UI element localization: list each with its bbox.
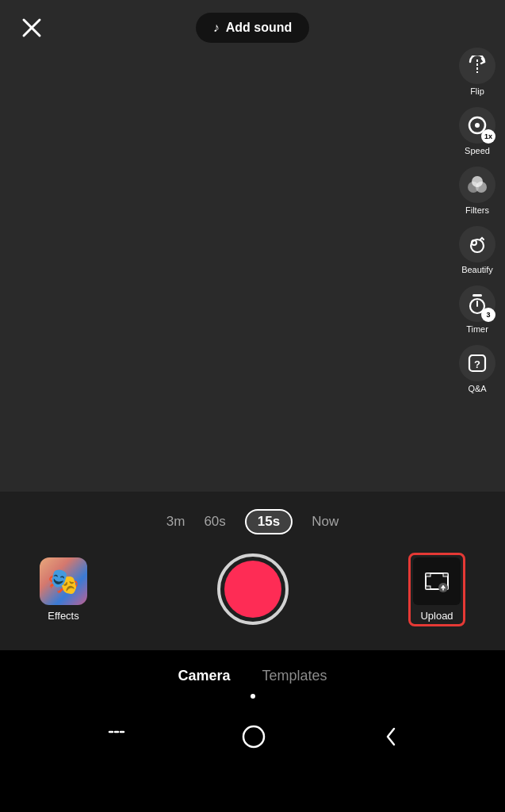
flip-icon <box>467 56 488 76</box>
timer-label: Timer <box>466 324 488 334</box>
effects-button[interactable]: 🎭 Effects <box>40 557 87 622</box>
phone-home-button[interactable] <box>241 724 266 749</box>
active-tab-dot <box>251 694 255 699</box>
effects-label: Effects <box>48 610 79 622</box>
svg-rect-10 <box>472 294 482 297</box>
speed-label: Speed <box>465 146 490 155</box>
speed-badge: 1x <box>481 129 495 144</box>
bottom-navigation: Camera Templates <box>0 650 505 812</box>
svg-rect-18 <box>426 586 430 589</box>
flip-button[interactable]: Flip <box>459 48 495 96</box>
duration-15s[interactable]: 15s <box>245 509 293 534</box>
speed-icon-bg: 1x <box>459 107 495 144</box>
svg-point-7 <box>472 176 483 187</box>
right-toolbar: Flip 1x Speed Filters <box>459 48 495 393</box>
upload-film-icon <box>423 567 451 596</box>
phone-navigation-bar <box>0 724 505 749</box>
add-sound-button[interactable]: ♪ Add sound <box>196 13 310 43</box>
qa-icon-bg: ? <box>459 345 495 381</box>
beautify-button[interactable]: Beautify <box>459 226 495 274</box>
record-button[interactable] <box>217 553 289 625</box>
effects-icon: 🎭 <box>40 557 87 605</box>
filters-label: Filters <box>465 205 489 215</box>
svg-point-25 <box>243 726 264 747</box>
top-bar: ♪ Add sound <box>0 0 505 56</box>
beautify-label: Beautify <box>461 265 493 274</box>
menu-lines-icon <box>105 728 127 745</box>
close-icon <box>21 17 43 39</box>
flip-label: Flip <box>470 86 484 96</box>
timer-icon-bg: 3 <box>459 285 495 322</box>
tab-camera[interactable]: Camera <box>178 668 230 689</box>
filters-icon <box>465 174 489 195</box>
back-chevron-icon <box>381 724 400 749</box>
flip-icon-bg <box>459 48 495 84</box>
record-inner-circle <box>224 561 281 618</box>
filters-icon-bg <box>459 167 495 203</box>
svg-text:?: ? <box>474 358 480 370</box>
timer-badge: 3 <box>481 308 495 322</box>
duration-selector: 3m 60s 15s Now <box>166 492 339 534</box>
duration-now[interactable]: Now <box>312 514 339 530</box>
home-circle-icon <box>241 724 266 749</box>
svg-point-4 <box>475 123 480 128</box>
beautify-icon <box>466 233 488 255</box>
phone-menu-button[interactable] <box>105 728 127 745</box>
main-controls: 🎭 Effects <box>0 553 505 625</box>
timer-button[interactable]: 3 Timer <box>459 285 495 334</box>
add-sound-label: Add sound <box>226 21 293 35</box>
beautify-icon-bg <box>459 226 495 262</box>
svg-rect-16 <box>426 573 430 576</box>
tab-templates[interactable]: Templates <box>262 668 327 689</box>
qa-button[interactable]: ? Q&A <box>459 345 495 393</box>
nav-tabs: Camera Templates <box>178 650 327 689</box>
bottom-controls: 3m 60s 15s Now 🎭 Effects <box>0 492 505 650</box>
duration-3m[interactable]: 3m <box>166 514 186 530</box>
close-button[interactable] <box>16 12 48 44</box>
speed-button[interactable]: 1x Speed <box>459 107 495 155</box>
music-icon: ♪ <box>213 21 220 35</box>
camera-viewfinder: ♪ Add sound Flip 1x <box>0 0 505 650</box>
upload-button[interactable]: Upload <box>408 553 465 626</box>
filters-button[interactable]: Filters <box>459 167 495 215</box>
svg-rect-17 <box>443 573 448 576</box>
upload-label: Upload <box>420 610 453 622</box>
qa-icon: ? <box>467 353 488 373</box>
upload-icon <box>413 557 461 605</box>
qa-label: Q&A <box>468 384 486 393</box>
svg-point-9 <box>472 240 476 245</box>
phone-back-button[interactable] <box>381 724 400 749</box>
duration-60s[interactable]: 60s <box>204 514 225 530</box>
